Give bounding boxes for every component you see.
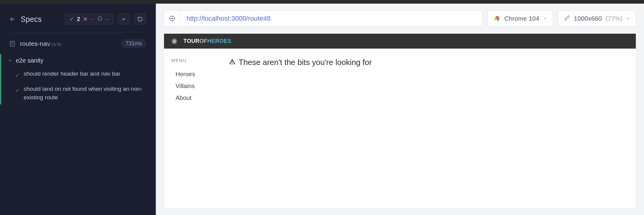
menu-item-about[interactable]: About <box>171 92 217 104</box>
svg-point-6 <box>172 18 173 19</box>
app-content: These aren't the bits you're looking for <box>229 58 629 104</box>
app-body: MENU Heroes Villains About These aren't … <box>164 49 636 113</box>
main-layout: Specs ✓ 2 ✕ -- -- <box>0 4 644 215</box>
brand-of: OF <box>200 38 207 44</box>
x-icon: ✕ <box>83 16 88 22</box>
preview-panel: http://localhost:3000/route48 Chrome 104… <box>155 4 644 215</box>
stat-pending: -- <box>105 16 109 22</box>
chevron-down-icon <box>8 57 12 64</box>
chevron-down-icon <box>543 15 547 22</box>
check-icon: ✓ <box>15 71 20 80</box>
viewport-size: 1000x660 <box>574 15 602 22</box>
url-bar[interactable]: http://localhost:3000/route48 <box>180 10 483 27</box>
suite-row[interactable]: e2e sanity <box>1 54 155 67</box>
suite-name: e2e sanity <box>16 57 43 64</box>
react-icon <box>171 38 177 44</box>
preview-toolbar: http://localhost:3000/route48 Chrome 104… <box>156 4 644 33</box>
viewport-selector[interactable]: 1000x660 (77%) <box>558 10 636 27</box>
window-chrome-strip <box>0 0 644 4</box>
selector-playground-button[interactable] <box>164 10 180 27</box>
browser-name: Chrome 104 <box>504 15 539 22</box>
app-nav-menu: MENU Heroes Villains About <box>171 58 217 104</box>
test-row[interactable]: ✓ should render header bar and nav bar <box>1 67 155 82</box>
app-under-test: TOUROFHEROES MENU Heroes Villains About … <box>164 33 636 208</box>
test-suite-block: e2e sanity ✓ should render header bar an… <box>0 54 155 104</box>
stat-failed: -- <box>91 16 94 22</box>
viewport-scale: (77%) <box>605 15 622 22</box>
spec-file-name: routes-nav.cy.ts <box>20 40 61 47</box>
app-brand: TOUROFHEROES <box>183 38 231 44</box>
back-icon[interactable] <box>9 15 16 23</box>
brand-tour: TOUR <box>183 38 200 44</box>
not-found-message: These aren't the bits you're looking for <box>229 58 629 67</box>
app-header-bar: TOUROFHEROES <box>164 34 636 49</box>
svg-point-14 <box>174 41 175 42</box>
test-title: should render header bar and nav bar <box>24 70 120 78</box>
ruler-icon <box>564 15 570 23</box>
menu-item-villains[interactable]: Villains <box>171 80 217 92</box>
spec-basename: routes-nav <box>20 40 50 47</box>
check-icon: ✓ <box>69 16 74 22</box>
specs-header: Specs ✓ 2 ✕ -- -- <box>0 10 155 31</box>
test-row[interactable]: ✓ should land on not found when visiting… <box>1 82 155 104</box>
svg-point-0 <box>98 17 102 20</box>
test-stats-chip: ✓ 2 ✕ -- -- <box>65 14 113 25</box>
warning-icon <box>229 58 236 67</box>
svg-point-13 <box>496 18 498 19</box>
stat-passed: 2 <box>77 16 80 22</box>
specs-title: Specs <box>21 15 61 24</box>
menu-item-heroes[interactable]: Heroes <box>171 68 217 80</box>
chrome-icon <box>493 15 501 22</box>
spec-duration: 731ms <box>121 39 146 48</box>
chevron-down-icon <box>626 15 630 22</box>
brand-heroes: HEROES <box>207 38 231 44</box>
test-runner-sidebar: Specs ✓ 2 ✕ -- -- <box>0 4 155 215</box>
spec-file-row[interactable]: routes-nav.cy.ts 731ms <box>0 32 155 53</box>
rerun-button[interactable] <box>134 13 146 25</box>
url-text: http://localhost:3000/route48 <box>186 15 271 22</box>
test-title: should land on not found when visiting a… <box>24 85 150 102</box>
not-found-text: These aren't the bits you're looking for <box>239 58 372 67</box>
menu-label: MENU <box>171 58 217 63</box>
url-container: http://localhost:3000/route48 <box>164 10 483 27</box>
file-icon <box>9 40 16 47</box>
check-icon: ✓ <box>15 86 20 95</box>
pending-icon <box>97 16 102 22</box>
spec-extension: .cy.ts <box>50 42 61 47</box>
chevron-down-button[interactable] <box>118 13 130 25</box>
browser-selector[interactable]: Chrome 104 <box>488 10 553 27</box>
